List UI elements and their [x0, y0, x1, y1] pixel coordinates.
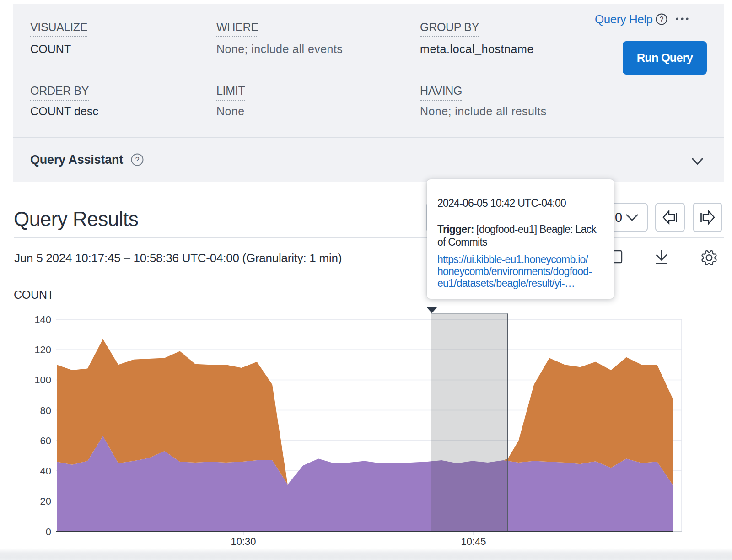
- svg-text:20: 20: [40, 495, 51, 507]
- svg-text:10:45: 10:45: [461, 536, 486, 547]
- svg-text:?: ?: [135, 156, 140, 164]
- svg-text:60: 60: [40, 435, 51, 447]
- svg-text:80: 80: [40, 405, 51, 416]
- svg-text:140: 140: [34, 314, 51, 325]
- svg-text:0: 0: [46, 526, 51, 538]
- svg-text:?: ?: [660, 16, 664, 23]
- svg-text:40: 40: [40, 465, 51, 477]
- svg-text:120: 120: [34, 344, 51, 355]
- svg-text:100: 100: [34, 374, 51, 386]
- svg-text:10:30: 10:30: [231, 536, 256, 547]
